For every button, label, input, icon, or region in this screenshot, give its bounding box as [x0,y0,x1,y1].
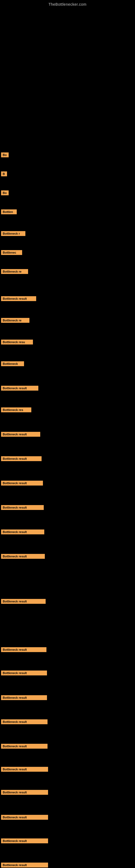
bottleneck-bar: Bottleneck re [1,318,30,323]
bottleneck-bar-row: Bottleneck result [0,766,48,774]
bottleneck-bar-row: Bottleneck result [0,837,48,845]
bottleneck-bar-row: Bottleneck result [0,814,48,822]
bottleneck-bar: Bottleneck result [1,456,42,461]
bottleneck-bar: Bottlen [1,209,17,214]
bottleneck-bar-row: Bottleneck [0,360,24,368]
bottleneck-bar-row: Bottleneck re [0,317,30,325]
bottleneck-bar: Bottleneck [1,361,24,366]
bottleneck-bar: Bottleneck result [1,647,46,652]
bottleneck-bar-row: Bottleneck result [0,718,48,726]
bottleneck-bar: Bottleneck result [1,695,47,700]
bottleneck-bar-row: Bo [0,189,9,197]
bottleneck-bar: Bottleneck result [1,815,48,820]
bottleneck-bar-row: Bottleneck result [0,789,48,797]
bottleneck-bar: Bottleneck result [1,671,47,675]
bottleneck-bar: Bottleneck result [1,505,44,510]
bottleneck-bar-row: Bottleneck result [0,504,44,512]
bottleneck-bar-row: Bottleneck result [0,431,40,439]
bottleneck-bar-row: Bottleneck result [0,646,46,654]
bottleneck-bar: Bottleneck result [1,599,46,604]
bottleneck-bar: Bottleneck result [1,719,48,724]
bottleneck-bar-row: Bottleneck result [0,479,43,488]
bottleneck-bar-row: Bottleneck r [0,230,26,238]
bottleneck-bar: Bo [1,190,9,195]
bottleneck-bar-row: Bottleneck re [0,268,28,276]
bottleneck-bar: Bottleneck r [1,231,26,236]
bottleneck-bar-row: Bottleneck res [0,406,31,414]
bottleneck-bar: Bottleneck result [1,790,48,795]
bottleneck-bar-row: Bottleneck result [0,670,47,678]
bottleneck-bar-row: Bottleneck result [0,862,48,868]
bottleneck-bar: Bottleneck result [1,863,48,867]
bottleneck-bar-row: Bottleneck result [0,694,47,702]
bottleneck-bar-row: Bottlen [0,208,17,216]
bottleneck-bar: Bottleneck re [1,269,28,274]
bottleneck-bar-row: Bottleneck result [0,384,38,393]
bottleneck-bar-row: Bottleneck result [0,455,42,463]
bottleneck-bar-row: Bottleneck result [0,743,48,751]
bottleneck-bar-row: Bottlenec [0,249,22,257]
bottleneck-bar-row: B [0,170,7,179]
bottleneck-bar-row: Bottleneck result [0,598,46,606]
bottleneck-bar: Bottleneck result [1,529,44,534]
bottleneck-bar: Bottlenec [1,250,22,255]
bottleneck-bar: Bottleneck res [1,407,31,412]
bottleneck-bar: Bottleneck result [1,838,48,843]
bottleneck-bar: B [1,172,7,176]
site-title: TheBottlenecker.com [0,0,135,8]
bottleneck-bar-row: Bottleneck result [0,295,36,303]
bottleneck-bar: Bottleneck result [1,296,36,301]
bottleneck-bar-row: Bottleneck resu [0,339,33,347]
bottleneck-bar: Bottleneck result [1,432,40,437]
bottleneck-bar-row: Bottleneck result [0,528,44,536]
bottleneck-bar-row: Bo [0,151,9,159]
bottleneck-bar: Bottleneck result [1,554,45,559]
bottleneck-bar: Bottleneck result [1,386,38,391]
bottleneck-bar: Bottleneck resu [1,340,33,344]
bottleneck-bar: Bottleneck result [1,744,48,749]
bottleneck-bar-row: Bottleneck result [0,553,45,561]
bottleneck-bar: Bottleneck result [1,480,43,486]
bottleneck-bar: Bo [1,152,9,157]
bottleneck-bar: Bottleneck result [1,767,48,772]
